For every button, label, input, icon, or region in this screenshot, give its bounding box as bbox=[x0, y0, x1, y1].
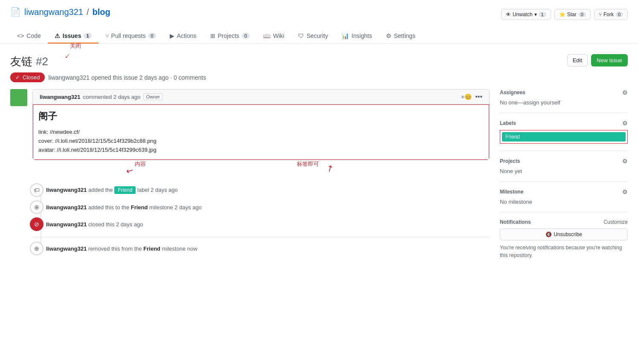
projects-icon: ⊞ bbox=[210, 32, 215, 39]
issue-header-buttons: Edit New issue bbox=[567, 54, 628, 66]
timeline-event-milestone-remove: ⊕ liwangwang321 removed this from the Fr… bbox=[10, 244, 490, 253]
timeline-event-label: 🏷 liwangwang321 added the Friend label 2… bbox=[10, 186, 490, 194]
issue-title: 友链 #2 bbox=[10, 54, 48, 69]
timeline-text-1: liwangwang321 added the Friend label 2 d… bbox=[46, 186, 178, 194]
timeline-text-4: liwangwang321 removed this from the Frie… bbox=[46, 246, 197, 252]
arrow-content-icon: ↙ bbox=[124, 165, 136, 177]
sidebar-projects-header: Projects ⚙ bbox=[500, 158, 628, 165]
issue-body-layout: liwangwang321 commented 2 days ago Owner… bbox=[10, 89, 628, 266]
watch-dropdown-icon: ▾ bbox=[534, 12, 537, 17]
nav-insights[interactable]: 📊 Insights bbox=[335, 29, 379, 43]
milestone-name: Friend bbox=[131, 204, 148, 211]
comment-menu-button[interactable]: ••• bbox=[475, 93, 482, 101]
new-issue-button[interactable]: New issue bbox=[591, 54, 628, 66]
timeline-user-3: liwangwang321 bbox=[46, 221, 87, 228]
milestone-name-2: Friend bbox=[143, 246, 160, 252]
nav-security[interactable]: 🛡 Security bbox=[291, 29, 335, 43]
insights-icon: 📊 bbox=[342, 32, 349, 39]
timeline-event-milestone-add: ⊕ liwangwang321 added this to the Friend… bbox=[10, 203, 490, 211]
unsubscribe-button[interactable]: 🔇 Unsubscribe bbox=[500, 228, 628, 240]
comment-header-left: liwangwang321 commented 2 days ago Owner bbox=[40, 93, 163, 100]
issue-title-area: 友链 #2 关闭 ↓ ✓ Closed liwangwang321 opened… bbox=[10, 54, 206, 82]
friend-label: Friend bbox=[502, 132, 626, 142]
settings-icon: ⚙ bbox=[386, 32, 392, 39]
nav-actions[interactable]: ▶ Actions bbox=[163, 29, 203, 43]
actions-icon: ▶ bbox=[170, 32, 174, 39]
wiki-icon: 📖 bbox=[263, 32, 270, 39]
sidebar-assignees-header: Assignees ⚙ bbox=[500, 89, 628, 96]
timeline-text-2: liwangwang321 added this to the Friend m… bbox=[46, 204, 202, 211]
nav-code[interactable]: <> Code bbox=[10, 29, 48, 43]
comment-header: liwangwang321 commented 2 days ago Owner… bbox=[33, 90, 489, 104]
comment-line-2: cover: //i.loli.net/2018/12/15/5c14f329b… bbox=[38, 137, 484, 146]
unwatch-button[interactable]: 👁 Unwatch ▾ 1 bbox=[501, 9, 551, 20]
sidebar-notifications: Notifications Customize 🔇 Unsubscribe Yo… bbox=[500, 212, 628, 266]
comment-box: liwangwang321 commented 2 days ago Owner… bbox=[32, 89, 490, 160]
customize-link[interactable]: Customize bbox=[603, 219, 628, 225]
arrow-label-icon: ↙ bbox=[325, 163, 336, 175]
comment-container: liwangwang321 commented 2 days ago Owner… bbox=[10, 89, 490, 160]
closed-badge: ✓ Closed bbox=[10, 72, 45, 82]
annotation-arrows: 内容 ↙ 标签即可 ↙ bbox=[32, 160, 490, 177]
nav-wiki[interactable]: 📖 Wiki bbox=[256, 29, 291, 43]
edit-button[interactable]: Edit bbox=[567, 54, 588, 66]
nav-projects[interactable]: ⊞ Projects 0 bbox=[203, 29, 257, 43]
milestone-remove-icon: ⊕ bbox=[30, 242, 44, 255]
projects-gear-icon[interactable]: ⚙ bbox=[622, 158, 628, 165]
annotation-content-label: 内容 bbox=[135, 160, 146, 168]
repo-icon: 📄 bbox=[10, 7, 21, 17]
sidebar-assignees: Assignees ⚙ No one—assign yourself bbox=[500, 89, 628, 113]
issue-sidebar: Assignees ⚙ No one—assign yourself Label… bbox=[500, 89, 628, 266]
issue-main: liwangwang321 commented 2 days ago Owner… bbox=[10, 89, 490, 266]
issue-header: 友链 #2 关闭 ↓ ✓ Closed liwangwang321 opened… bbox=[10, 54, 628, 82]
sidebar-labels: Labels ⚙ Friend bbox=[500, 113, 628, 151]
arrow-down-right-icon: ↓ bbox=[63, 50, 72, 61]
projects-value: None yet bbox=[500, 168, 628, 174]
eye-icon: 👁 bbox=[506, 12, 511, 17]
sidebar-milestone-header: Milestone ⚙ bbox=[500, 188, 628, 195]
star-icon: ⭐ bbox=[559, 12, 566, 17]
code-icon: <> bbox=[17, 32, 24, 39]
friend-label-badge: Friend bbox=[114, 186, 136, 194]
check-circle-icon: ✓ bbox=[15, 74, 20, 81]
issues-icon: ⚠ bbox=[55, 32, 60, 39]
label-event-icon: 🏷 bbox=[30, 183, 44, 197]
assignees-gear-icon[interactable]: ⚙ bbox=[622, 89, 628, 96]
pr-icon: ⑂ bbox=[105, 32, 109, 39]
labels-gear-icon[interactable]: ⚙ bbox=[622, 120, 628, 127]
milestone-value: No milestone bbox=[500, 199, 628, 205]
repo-actions: 👁 Unwatch ▾ 1 ⭐ Star 0 ⑂ Fork 0 bbox=[501, 9, 628, 20]
repo-separator: / bbox=[87, 7, 89, 17]
timeline-user-4: liwangwang321 bbox=[46, 246, 87, 252]
timeline-event-closed: ⊘ liwangwang321 closed this 2 days ago bbox=[10, 220, 490, 228]
timeline: 🏷 liwangwang321 added the Friend label 2… bbox=[10, 186, 490, 253]
unsubscribe-icon: 🔇 bbox=[545, 231, 552, 237]
star-button[interactable]: ⭐ Star 0 bbox=[554, 9, 591, 20]
labels-container: Friend bbox=[500, 130, 628, 144]
sidebar-labels-header: Labels ⚙ bbox=[500, 120, 628, 127]
timeline-user-1: liwangwang321 bbox=[46, 187, 87, 193]
nav-settings[interactable]: ⚙ Settings bbox=[379, 29, 423, 43]
timeline-user-2: liwangwang321 bbox=[46, 204, 87, 211]
comment-author: liwangwang321 bbox=[40, 94, 80, 100]
repo-owner-link[interactable]: liwangwang321 bbox=[24, 7, 83, 17]
nav-issues[interactable]: ⚠ Issues 1 bbox=[48, 29, 99, 43]
owner-badge: Owner bbox=[143, 93, 163, 100]
milestone-gear-icon[interactable]: ⚙ bbox=[622, 188, 628, 195]
comment-line-3: avatar: //i.loli.net/2018/12/15/5c14f329… bbox=[38, 146, 484, 155]
notifications-header: Notifications Customize bbox=[500, 219, 628, 225]
comment-header-right: +😊 ••• bbox=[461, 93, 482, 101]
closed-event-icon: ⊘ bbox=[30, 217, 44, 231]
comment-text-lines: link: //newdee.cf/ cover: //i.loli.net/2… bbox=[38, 128, 484, 154]
nav-pull-requests[interactable]: ⑂ Pull requests 0 bbox=[99, 29, 163, 43]
issue-meta: ✓ Closed liwangwang321 opened this issue… bbox=[10, 72, 206, 82]
fork-icon: ⑂ bbox=[599, 12, 602, 17]
repo-nav: <> Code ⚠ Issues 1 ⑂ Pull requests 0 ▶ A… bbox=[10, 29, 628, 43]
fork-button[interactable]: ⑂ Fork 0 bbox=[594, 9, 628, 20]
sidebar-milestone: Milestone ⚙ No milestone bbox=[500, 182, 628, 212]
comment-content: 阁子 link: //newdee.cf/ cover: //i.loli.ne… bbox=[33, 104, 489, 160]
repo-name-link[interactable]: blog bbox=[92, 7, 110, 17]
avatar bbox=[10, 89, 27, 106]
repo-title: 📄 liwangwang321 / blog bbox=[10, 7, 110, 17]
add-reaction-button[interactable]: +😊 bbox=[461, 93, 472, 100]
